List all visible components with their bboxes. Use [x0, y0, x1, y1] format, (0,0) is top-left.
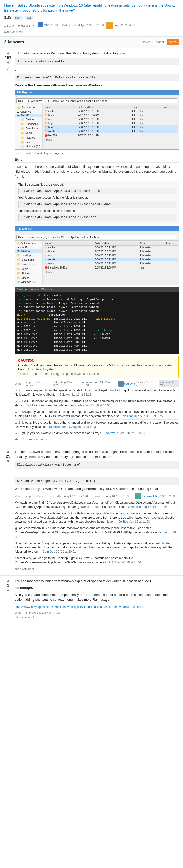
- col2-date[interactable]: Date modified: [94, 242, 139, 246]
- upvote-arrow[interactable]: ▲: [6, 51, 10, 55]
- fe-address-bar[interactable]: This PC > Windows (C:) > Users > Chris >…: [17, 98, 177, 103]
- table-row[interactable]: 🔴 install.res.3082.dll 7/15/2016 3:00 PM…: [43, 266, 178, 270]
- folder-icon-sm: 📁: [44, 130, 48, 133]
- flag-link-3[interactable]: flag: [56, 611, 60, 614]
- drive-icon: 💿: [21, 145, 24, 148]
- sidebar2-documents[interactable]: 📁 Documents: [15, 257, 42, 262]
- add-comment-link[interactable]: add a comment: [4, 30, 179, 33]
- comment-vote[interactable]: ▲ 9: [14, 389, 20, 392]
- answer-3-external-link[interactable]: https://www.howtogeek.com/270810/how-to-…: [14, 605, 145, 609]
- sidebar-windows-c[interactable]: 💿 Windows (C:): [19, 145, 42, 148]
- table-row[interactable]: 📁 root 6/30/2016 5:11 PM File folder: [43, 117, 178, 121]
- answer-3-share-row: share | improve this answer | flag: [14, 611, 179, 614]
- comment-user[interactable]: sourav_c: [106, 432, 118, 435]
- answer-1-user-link[interactable]: sourav_c: [124, 382, 135, 385]
- downvote-arrow[interactable]: ▼: [6, 61, 10, 65]
- show-more-comments-1[interactable]: show 8 more comments: [14, 437, 179, 441]
- sidebar2-videos[interactable]: 📁 Videos: [15, 276, 42, 280]
- answer-2-user-link[interactable]: NicholasJohn16: [142, 495, 161, 498]
- add-comment-link-2[interactable]: add a comment: [14, 567, 179, 570]
- table-row[interactable]: 📁 home 7/17/2016 3:03 PM File folder: [43, 250, 178, 254]
- caution-body: Creating/modifying any files within LXSS…: [18, 364, 176, 371]
- table-row[interactable]: 📁 cache 6/30/2016 5:11 PM File folder: [43, 246, 178, 250]
- upvote-arrow-3[interactable]: ▲: [6, 579, 10, 583]
- sidebar2-onedrive[interactable]: ☁ OneDrive: [15, 245, 42, 249]
- table-row[interactable]: 📁 cache 6/30/2016 5:11 PM File folder: [43, 109, 178, 113]
- answer-3-code1: It's enough.: [14, 585, 179, 590]
- table-row[interactable]: 📁 root 6/30/2016 5:13 PM File folder: [43, 254, 178, 258]
- sidebar2-this-pc[interactable]: 💻 This PC: [15, 249, 42, 253]
- sidebar-documents[interactable]: 📁 Documents: [19, 122, 42, 126]
- downvote-arrow-3[interactable]: ▼: [6, 589, 10, 593]
- col-name[interactable]: Name: [43, 105, 77, 109]
- caution-title: CAUTION:: [18, 359, 176, 363]
- table-row-highlighted[interactable]: 📁 lxss 6/30/2016 5:11 PM File folder: [43, 125, 178, 129]
- col-date[interactable]: Date modified: [77, 105, 131, 109]
- source-link[interactable]: dustinkirkland blog, howtogeek: [25, 152, 63, 155]
- sidebar-quick-access[interactable]: ⭐ Quick access: [15, 105, 42, 110]
- question-title[interactable]: I have installed Ubuntu subsystem on Win…: [4, 3, 179, 13]
- table-row[interactable]: 🔴 lxss758 7/17/2016 5:11 PM: [43, 133, 178, 137]
- table-row-highlighted-3[interactable]: 📁 rootfs 6/30/2016 5:11 PM File folder: [43, 258, 178, 262]
- comment-vote[interactable]: ▲ 2: [14, 410, 20, 413]
- sidebar2-pictures[interactable]: 📁 Pictures: [15, 271, 42, 276]
- sidebar2-quick-access[interactable]: ⭐ Quick access: [15, 242, 42, 245]
- col-type[interactable]: Type: [131, 105, 161, 109]
- sidebar2-desktop[interactable]: 📁 Desktop: [15, 253, 42, 257]
- answers-count: 3 Answers: [4, 40, 24, 44]
- sidebar2-win-c[interactable]: 💿 Windows (C:): [15, 280, 42, 284]
- improve-link-2[interactable]: improve this answer: [26, 495, 51, 498]
- comment-user-2e[interactable]: Coln D: [105, 561, 115, 564]
- quote-line-1: Your Ubuntu user account's home folder i…: [19, 196, 176, 199]
- share-link-2[interactable]: share: [14, 495, 22, 498]
- fe-toolbar: ← → ↑ This PC > Windows (C:) > Users > C…: [15, 95, 179, 104]
- sidebar-downloads[interactable]: 📁 Downloads: [19, 126, 42, 131]
- upvote-arrow-2[interactable]: ▲: [6, 450, 10, 454]
- comment-user-2a[interactable]: JoeLeslie: [128, 505, 141, 508]
- share-link-3[interactable]: share: [14, 611, 22, 614]
- table-row[interactable]: 📁 home 7/17/2016 3:04 AM File folder: [43, 113, 178, 117]
- tag-wsl[interactable]: wsl: [26, 16, 32, 20]
- comment-user[interactable]: NicholasJohn16: [49, 425, 70, 429]
- table-row[interactable]: 📁 tmp 6/30/2016 5:11 PM File folder: [43, 121, 178, 125]
- comment-user[interactable]: desktoptime: [123, 414, 140, 418]
- sort-active[interactable]: active: [140, 39, 152, 45]
- comment-item: ▲ 2 It looks like the location has eithe…: [14, 420, 179, 430]
- asker-name[interactable]: July: [114, 24, 119, 27]
- table-row[interactable]: 📁 temp 6/30/2016 5:11 PM File folder: [43, 262, 178, 266]
- comment-user[interactable]: Ogaday: [73, 404, 84, 407]
- improve-link-1[interactable]: improve this answer: [26, 381, 48, 386]
- comment-user-2d[interactable]: Coln: [42, 550, 49, 553]
- share-link-1[interactable]: share: [14, 382, 22, 385]
- comment-vote[interactable]: ▲ 0: [14, 432, 20, 435]
- sidebar-pictures[interactable]: 📁 Pictures: [19, 135, 42, 140]
- caution-box: CAUTION: Creating/modifying any files wi…: [14, 356, 179, 378]
- col-size[interactable]: Size: [161, 105, 178, 109]
- sidebar-onedrive[interactable]: ☁ OneDrive: [15, 110, 42, 114]
- rich-turner-link[interactable]: Rich Turner: [32, 372, 48, 376]
- sidebar-music[interactable]: 📁 Music: [19, 131, 42, 135]
- add-comment-link-3[interactable]: add a comment: [14, 616, 179, 619]
- sidebar-desktop[interactable]: 📁 Desktop: [19, 117, 42, 122]
- col2-type[interactable]: Type: [139, 242, 164, 246]
- sort-votes[interactable]: votes: [167, 39, 179, 45]
- sort-oldest[interactable]: oldest: [153, 39, 166, 45]
- comment-item-2a: My machine can't find: "C:\Users\user\Ap…: [14, 499, 179, 510]
- comment-user-2c[interactable]: pa_: [157, 531, 162, 534]
- tag-bash[interactable]: bash: [13, 16, 23, 20]
- col2-name[interactable]: Name: [43, 242, 94, 246]
- sidebar2-downloads[interactable]: 📁 Downloads: [15, 262, 42, 267]
- comment-vote[interactable]: ▲ 2: [14, 421, 20, 425]
- editor-name[interactable]: muru: [44, 24, 50, 26]
- comment-user-2b[interactable]: Jo-Bob: [119, 520, 128, 523]
- sidebar2-music[interactable]: 📁 Music: [15, 267, 42, 271]
- col2-size[interactable]: Size: [164, 242, 178, 246]
- comment-vote[interactable]: ▲ 2: [14, 400, 20, 403]
- fe-address-bar-2[interactable]: This PC > Windows (C:) > Users > Chris >…: [17, 235, 177, 239]
- sidebar-this-pc[interactable]: 💻 This PC: [15, 114, 42, 117]
- downvote-arrow-2[interactable]: ▼: [6, 460, 10, 463]
- table-row-highlighted-2[interactable]: 📁 rootfs 6/30/2016 5:11 PM File folder: [43, 129, 178, 133]
- comment-user[interactable]: July: [60, 393, 65, 397]
- sidebar-videos[interactable]: 📁 Videos: [19, 140, 42, 145]
- improve-link-3[interactable]: improve this answer: [26, 611, 51, 614]
